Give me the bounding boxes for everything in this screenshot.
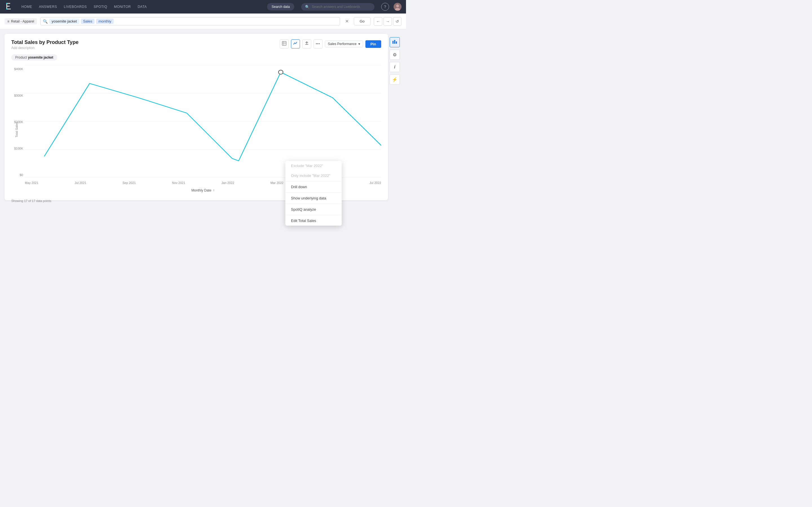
global-search-input[interactable] [312, 5, 368, 9]
nav-home[interactable]: HOME [21, 5, 32, 9]
search-clear-button[interactable]: ✕ [343, 18, 350, 24]
nav-answers[interactable]: ANSWERS [39, 5, 57, 9]
svg-point-8 [396, 4, 399, 7]
filter-label: Product [15, 55, 27, 59]
context-menu: Exclude "Mar 2022" Only include "Mar 202… [285, 161, 342, 226]
chart-title-area: Total Sales by Product Type Add descript… [11, 40, 79, 50]
refresh-button[interactable]: ↺ [393, 17, 402, 25]
data-point-mar2022[interactable] [278, 70, 283, 74]
more-button[interactable]: ••• [313, 40, 322, 48]
x-label-jan22: Jan 2022 [221, 181, 234, 184]
context-menu-divider-1 [285, 181, 342, 181]
x-axis-label-text: Monthly Date [192, 188, 211, 192]
search-row: ≡ Retail - Apparel 🔍 yosemite jacket Sal… [0, 13, 406, 29]
y-label-100k: $100K [14, 147, 23, 150]
edit-total-sales-option[interactable]: Edit Total Sales [285, 216, 342, 226]
chart-title: Total Sales by Product Type [11, 40, 79, 45]
svg-point-5 [6, 3, 7, 4]
sort-icon[interactable]: ↑ [213, 188, 214, 192]
context-menu-divider-2 [285, 192, 342, 193]
context-menu-divider-3 [285, 204, 342, 204]
x-label-jul21: Jul 2021 [75, 181, 87, 184]
back-button[interactable]: ← [374, 17, 382, 25]
nav-spotiq[interactable]: SPOTIQ [94, 5, 107, 9]
show-underlying-option[interactable]: Show underlying data [285, 193, 342, 203]
source-badge[interactable]: ≡ Retail - Apparel [4, 18, 37, 24]
sidebar-bar-chart-button[interactable] [390, 37, 400, 47]
x-label-sep21: Sep 2021 [123, 181, 136, 184]
chart-panel: Total Sales by Product Type Add descript… [4, 34, 388, 200]
y-axis-labels: $400K $300K $200K $100K $0 [11, 65, 25, 178]
more-icon: ••• [316, 42, 320, 46]
table-view-button[interactable] [280, 40, 289, 48]
search-input-area[interactable]: 🔍 yosemite jacket Sales monthly [40, 17, 340, 25]
logo[interactable] [4, 1, 15, 12]
y-label-400k: $400K [14, 67, 23, 71]
pin-button[interactable]: Pin [365, 40, 381, 48]
search-icon: 🔍 [305, 5, 310, 9]
nav-liveboards[interactable]: LIVEBOARDS [64, 5, 87, 9]
y-label-0: $0 [20, 173, 23, 177]
main-content: Total Sales by Product Type Add descript… [0, 29, 406, 205]
table-icon: ≡ [7, 19, 9, 23]
line-chart-icon [293, 41, 298, 47]
share-icon [305, 41, 309, 47]
chart-wrapper: $400K $300K $200K $100K $0 Total Sales [11, 65, 381, 194]
settings-icon: ⚙ [393, 52, 397, 57]
chart-actions: ••• Sales Performance ▾ Pin [280, 40, 381, 48]
nav-links: HOME ANSWERS LIVEBOARDS SPOTIQ MONITOR D… [21, 5, 260, 9]
sidebar-lightning-button[interactable]: ⚡ [390, 74, 400, 84]
x-label-jul22: Jul 2022 [369, 181, 381, 184]
svg-rect-20 [394, 40, 395, 44]
table-icon [282, 41, 287, 47]
search-token-sales[interactable]: Sales [81, 18, 95, 24]
bar-chart-icon [392, 39, 397, 45]
search-token-product[interactable]: yosemite jacket [49, 18, 79, 24]
lightning-icon: ⚡ [392, 77, 398, 82]
nav-icons: ? [381, 3, 402, 11]
only-include-option: Only include "Mar 2022" [285, 171, 342, 180]
svg-rect-10 [282, 41, 286, 45]
svg-rect-21 [396, 41, 397, 44]
svg-point-6 [6, 8, 7, 10]
search-token-monthly[interactable]: monthly [96, 18, 114, 24]
chevron-down-icon: ▾ [358, 42, 360, 46]
spotiq-analyze-option[interactable]: SpotIQ analyze [285, 205, 342, 214]
global-search-bar: 🔍 [301, 3, 374, 11]
filter-value: yosemite jacket [28, 55, 53, 59]
line-chart-view-button[interactable] [291, 40, 300, 48]
right-sidebar: ⚙ i ⚡ [388, 34, 402, 200]
forward-button[interactable]: → [384, 17, 392, 25]
search-data-button[interactable]: Search data [267, 3, 294, 10]
nav-data[interactable]: DATA [138, 5, 147, 9]
chart-header: Total Sales by Product Type Add descript… [11, 40, 381, 50]
filter-chip[interactable]: Product yosemite jacket [11, 54, 57, 61]
source-label: Retail - Apparel [11, 19, 34, 23]
info-icon: i [394, 64, 395, 69]
exclude-option: Exclude "Mar 2022" [285, 161, 342, 171]
search-icon-sm: 🔍 [43, 19, 48, 24]
drill-down-option[interactable]: Drill down [285, 182, 342, 192]
liveboard-select[interactable]: Sales Performance ▾ [325, 41, 363, 47]
x-label-may21: May 2021 [25, 181, 38, 184]
sidebar-info-button[interactable]: i [390, 62, 400, 72]
help-button[interactable]: ? [381, 3, 389, 11]
svg-rect-19 [393, 41, 394, 44]
context-menu-divider-4 [285, 215, 342, 215]
liveboard-label: Sales Performance [328, 42, 357, 46]
navbar: HOME ANSWERS LIVEBOARDS SPOTIQ MONITOR D… [0, 0, 406, 13]
x-label-mar22: Mar 2022 [270, 181, 283, 184]
data-points-label: Showing 17 of 17 data points [11, 199, 51, 203]
sidebar-settings-button[interactable]: ⚙ [390, 50, 400, 60]
go-button[interactable]: Go [354, 17, 370, 25]
share-button[interactable] [302, 40, 311, 48]
avatar[interactable] [394, 3, 402, 11]
y-label-300k: $300K [14, 94, 23, 97]
add-description[interactable]: Add description [11, 46, 79, 50]
nav-monitor[interactable]: MONITOR [114, 5, 131, 9]
nav-arrows: ← → ↺ [374, 17, 402, 25]
y-axis-title: Total Sales [15, 122, 18, 137]
x-label-nov21: Nov 2021 [172, 181, 185, 184]
